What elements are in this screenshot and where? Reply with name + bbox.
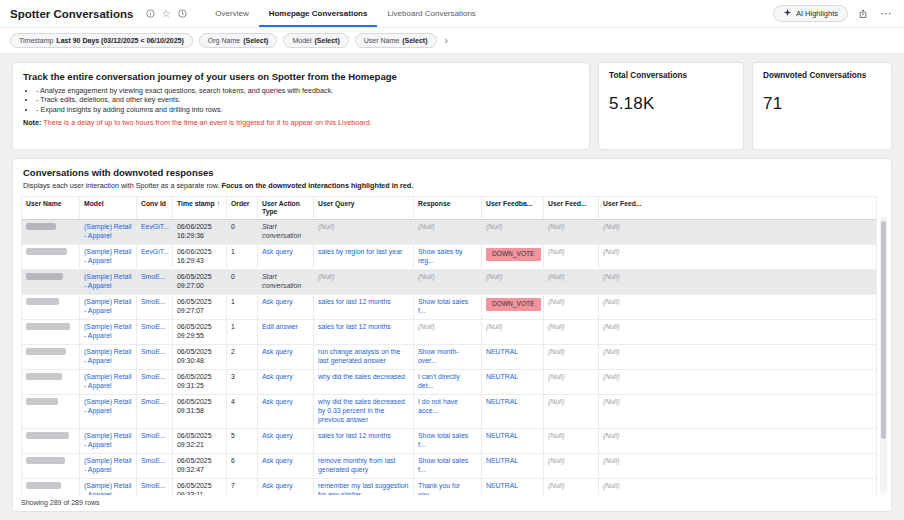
redacted-user-name — [26, 398, 58, 405]
response-link[interactable]: Show total sales f... — [418, 298, 468, 314]
column-header-user-feed[interactable]: User Feed... — [544, 197, 599, 220]
column-header-model[interactable]: Model — [80, 197, 137, 220]
conv-id-link[interactable]: EevGiT... — [141, 223, 169, 230]
filter-chip-org-name[interactable]: Org Name(Select) — [199, 33, 278, 48]
page-title: Spotter Conversations — [10, 8, 133, 20]
filter-chip-timestamp[interactable]: TimestampLast 90 Days (03/12/2025 < 06/1… — [10, 33, 193, 48]
column-header-order[interactable]: Order — [227, 197, 258, 220]
ai-highlights-button[interactable]: AI Highlights — [773, 5, 848, 22]
model-link[interactable]: (Sample) Retail - Apparel — [84, 223, 131, 239]
user-query-link[interactable]: sales for last 12 months — [318, 323, 391, 330]
info-icon[interactable] — [143, 7, 157, 21]
vertical-scrollbar[interactable] — [880, 217, 887, 493]
table-row[interactable]: (Sample) Retail - ApparelSmoE...06/05/20… — [22, 369, 877, 394]
action-link[interactable]: Ask query — [262, 482, 293, 489]
filters-overflow-chevron[interactable]: › — [443, 36, 450, 46]
response-link[interactable]: I do not have acce... — [418, 398, 458, 414]
response-link[interactable]: Thank you for you... — [418, 482, 460, 495]
model-link[interactable]: (Sample) Retail - Apparel — [84, 348, 131, 364]
timestamp-cell: 06/05/202509:29:55 — [173, 320, 227, 345]
table-row[interactable]: (Sample) Retail - ApparelSmoE...06/05/20… — [22, 478, 877, 495]
share-icon-button[interactable] — [855, 6, 871, 22]
table-row[interactable]: (Sample) Retail - ApparelEevGiT...06/06/… — [22, 245, 877, 270]
response-link[interactable]: Show total sales f... — [418, 457, 468, 473]
conv-id-link[interactable]: SmoE... — [141, 273, 166, 280]
star-icon[interactable]: ☆ — [159, 7, 173, 21]
conv-id-link[interactable]: SmoE... — [141, 457, 166, 464]
more-options-button[interactable]: ⋯ — [878, 6, 894, 22]
user-query-link[interactable]: sales for last 12 months — [318, 298, 391, 305]
null-value: (Null) — [603, 482, 619, 489]
user-query-link[interactable]: run change analysis on the last generate… — [318, 348, 400, 364]
column-header-user-feedba[interactable]: User Feedba... — [482, 197, 544, 220]
action-link[interactable]: Ask query — [262, 248, 293, 255]
model-link[interactable]: (Sample) Retail - Apparel — [84, 457, 131, 473]
table-row[interactable]: (Sample) Retail - ApparelSmoE...06/05/20… — [22, 270, 877, 295]
filter-chip-model[interactable]: Model(Select) — [283, 33, 348, 48]
model-link[interactable]: (Sample) Retail - Apparel — [84, 398, 131, 414]
column-header-time-stamp[interactable]: Time stamp↑ — [173, 197, 227, 220]
action-link[interactable]: Ask query — [262, 348, 293, 355]
schedule-icon[interactable] — [175, 7, 189, 21]
tab-overview[interactable]: Overview — [205, 0, 258, 27]
model-link[interactable]: (Sample) Retail - Apparel — [84, 482, 131, 495]
response-link[interactable]: Show month-over... — [418, 348, 459, 364]
action-link[interactable]: Edit answer — [262, 323, 298, 330]
user-query-cell: run change analysis on the last generate… — [314, 345, 414, 370]
column-header-user-name[interactable]: User Name — [22, 197, 80, 220]
user-feedback-cell: (Null) — [482, 220, 544, 245]
conv-id-link[interactable]: SmoE... — [141, 298, 166, 305]
response-cell: Show total sales f... — [414, 453, 482, 478]
action-link[interactable]: Ask query — [262, 298, 293, 305]
model-link[interactable]: (Sample) Retail - Apparel — [84, 248, 131, 264]
user-query-link[interactable]: why did the sales decreased — [318, 373, 405, 380]
conv-id-link[interactable]: SmoE... — [141, 482, 166, 489]
user-query-link[interactable]: sales by region for last year — [318, 248, 402, 255]
conv-id-link[interactable]: SmoE... — [141, 348, 166, 355]
table-row[interactable]: (Sample) Retail - ApparelSmoE...06/05/20… — [22, 428, 877, 453]
column-header-conv-id[interactable]: Conv Id — [137, 197, 173, 220]
model-link[interactable]: (Sample) Retail - Apparel — [84, 323, 131, 339]
conv-id-link[interactable]: SmoE... — [141, 432, 166, 439]
user-query-link[interactable]: sales for last 12 months — [318, 432, 391, 439]
table-row[interactable]: (Sample) Retail - ApparelSmoE...06/05/20… — [22, 453, 877, 478]
response-link[interactable]: I can't directly det... — [418, 373, 460, 389]
conv-id-cell: SmoE... — [137, 478, 173, 495]
model-link[interactable]: (Sample) Retail - Apparel — [84, 273, 131, 289]
column-header-user-query[interactable]: User Query — [314, 197, 414, 220]
conv-id-link[interactable]: SmoE... — [141, 373, 166, 380]
null-value: (Null) — [603, 248, 619, 255]
conv-id-link[interactable]: SmoE... — [141, 398, 166, 405]
scrollbar-thumb[interactable] — [881, 221, 886, 439]
action-link[interactable]: Ask query — [262, 432, 293, 439]
response-link[interactable]: Show total sales f... — [418, 432, 468, 448]
filter-chip-user-name[interactable]: User Name(Select) — [355, 33, 437, 48]
conv-id-link[interactable]: EevGiT... — [141, 248, 169, 255]
model-link[interactable]: (Sample) Retail - Apparel — [84, 373, 131, 389]
model-link[interactable]: (Sample) Retail - Apparel — [84, 298, 131, 314]
user-query-link[interactable]: why did the sales decreased by 0.33 perc… — [318, 398, 405, 423]
action-link[interactable]: Ask query — [262, 457, 293, 464]
user-query-link[interactable]: remove monthly from last generated query — [318, 457, 395, 473]
tab-homepage-conversations[interactable]: Homepage Conversations — [259, 0, 378, 27]
overview-note: Note: There is a delay of up to two hour… — [23, 118, 579, 127]
table-row[interactable]: (Sample) Retail - ApparelSmoE...06/05/20… — [22, 320, 877, 345]
column-header-response[interactable]: Response — [414, 197, 482, 220]
action-link[interactable]: Ask query — [262, 373, 293, 380]
null-value: (Null) — [603, 273, 619, 280]
table-row[interactable]: (Sample) Retail - ApparelSmoE...06/05/20… — [22, 394, 877, 428]
table-row[interactable]: (Sample) Retail - ApparelEevGiT...06/06/… — [22, 220, 877, 245]
table-row[interactable]: (Sample) Retail - ApparelSmoE...06/05/20… — [22, 295, 877, 320]
action-link[interactable]: Ask query — [262, 398, 293, 405]
column-header-user-feed[interactable]: User Feed... — [599, 197, 877, 220]
column-header-user-action-type[interactable]: User Action Type — [258, 197, 314, 220]
null-value: (Null) — [603, 457, 619, 464]
user-query-link[interactable]: remember my last suggestion for any simi… — [318, 482, 408, 495]
tab-liveboard-conversations[interactable]: Liveboard Conversations — [377, 0, 486, 27]
table-row[interactable]: (Sample) Retail - ApparelSmoE...06/05/20… — [22, 345, 877, 370]
user-feedback-3-cell: (Null) — [599, 453, 877, 478]
response-link[interactable]: Show sales by reg... — [418, 248, 462, 264]
conv-id-link[interactable]: SmoE... — [141, 323, 166, 330]
timestamp-time: 09:27:07 — [177, 307, 222, 316]
model-link[interactable]: (Sample) Retail - Apparel — [84, 432, 131, 448]
